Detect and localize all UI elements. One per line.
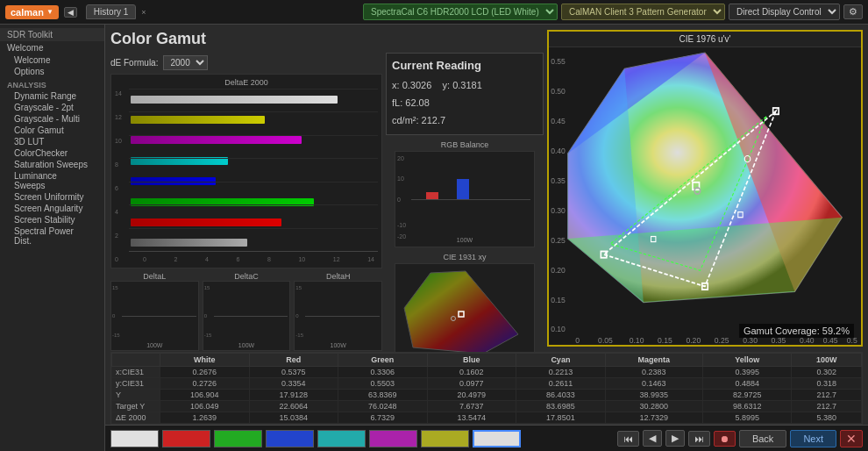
- sidebar-item-screen-uniformity[interactable]: Screen Uniformity: [0, 191, 104, 203]
- cell-red-cie31x: 0.5375: [249, 367, 338, 378]
- bar-blue: [131, 173, 374, 190]
- table-row-Y: Y 106.904 17.9128 63.8369 20.4979 86.403…: [112, 390, 862, 401]
- cie-big-title: CIE 1976 u'v': [549, 32, 861, 47]
- nav-swatch-100w-active[interactable]: [473, 430, 521, 447]
- cell-magenta-targetY: 30.2800: [605, 401, 702, 412]
- sidebar-item-welcome[interactable]: Welcome: [0, 54, 104, 66]
- sidebar-item-dynamic-range[interactable]: Dynamic Range: [0, 90, 104, 102]
- svg-text:0.45: 0.45: [551, 117, 566, 126]
- deltac-chart-wrap: DeltaC 15 0 -15 100W: [203, 272, 291, 351]
- sidebar-item-color-gamut[interactable]: Color Gamut: [0, 125, 104, 136]
- small-delta-charts: DeltaL 15 0 -15 100W DeltaC: [110, 272, 382, 351]
- de-formula-select[interactable]: 2000 76 94: [163, 55, 208, 70]
- play-btn[interactable]: ▶: [665, 430, 685, 447]
- row-label-de2000: ΔE 2000: [112, 412, 160, 424]
- cell-blue-Y: 20.4979: [427, 390, 516, 401]
- prev-btn[interactable]: ◀: [643, 430, 662, 447]
- sidebar-item-screen-stability[interactable]: Screen Stability: [0, 214, 104, 226]
- svg-text:0.15: 0.15: [658, 335, 672, 345]
- bar-100w: [131, 234, 374, 252]
- cell-cyan-Y: 86.4033: [516, 390, 606, 401]
- col-header-magenta: Magenta: [605, 354, 702, 367]
- cie-small-title: CIE 1931 xy: [443, 253, 486, 261]
- cell-yellow-de2000: 5.8995: [702, 412, 792, 424]
- sidebar-item-colorchecker[interactable]: ColorChecker: [0, 147, 104, 159]
- sidebar-item-spectral-power[interactable]: Spectral Power Dist.: [0, 226, 104, 247]
- sidebar-item-welcome-parent[interactable]: Welcome: [0, 41, 104, 54]
- reading-xy: x: 0.3026 y: 0.3181: [392, 77, 537, 95]
- record-btn[interactable]: ⏺: [714, 431, 736, 447]
- rewind-btn[interactable]: ⏮: [617, 431, 639, 447]
- cell-blue-targetY: 7.6737: [427, 401, 516, 412]
- deltal-chart: 15 0 -15 100W: [110, 281, 199, 351]
- cell-cyan-cie31x: 0.2213: [516, 367, 606, 378]
- row-label-cie31x: x:CIE31: [112, 367, 160, 378]
- data-table: White Red Green Blue Cyan Magenta Yellow…: [111, 353, 862, 424]
- sidebar-item-screen-angularity[interactable]: Screen Angularity: [0, 203, 104, 214]
- main-layout: SDR Toolkit Welcome Welcome Options Anal…: [0, 25, 868, 451]
- rgb-balance-wrap: RGB Balance 20 10 0 -10 -20: [386, 140, 544, 247]
- history-close[interactable]: ×: [141, 8, 146, 17]
- cell-red-targetY: 22.6064: [249, 401, 338, 412]
- meter-select[interactable]: SpectraCal C6 HDR2000 LCD (LED White): [363, 4, 558, 20]
- sidebar-item-3d-lut[interactable]: 3D LUT: [0, 136, 104, 147]
- cell-blue-cie31y: 0.0977: [427, 378, 516, 390]
- upper-content: Color Gamut dE Formula: 2000 76 94 Delta…: [105, 25, 868, 352]
- sidebar-item-saturation-sweeps[interactable]: Saturation Sweeps: [0, 159, 104, 170]
- instrument-bar: SpectraCal C6 HDR2000 LCD (LED White) Ca…: [363, 4, 863, 20]
- sidebar-item-luminance-sweeps[interactable]: Luminance Sweeps: [0, 170, 104, 191]
- data-table-container: White Red Green Blue Cyan Magenta Yellow…: [110, 352, 863, 425]
- cell-magenta-cie31x: 0.2383: [605, 367, 702, 378]
- svg-text:0.15: 0.15: [551, 295, 566, 304]
- settings-gear-btn[interactable]: ⚙: [843, 4, 863, 19]
- cell-100w-de2000: 5.380: [792, 412, 862, 424]
- cell-white-cie31y: 0.2726: [160, 378, 250, 390]
- deltal-title: DeltaL: [143, 272, 166, 281]
- stop-button[interactable]: ✕: [840, 430, 863, 447]
- svg-text:0.50: 0.50: [551, 87, 566, 97]
- nav-swatch-red[interactable]: [162, 430, 210, 447]
- y-axis-labels: 14 12 10 8 6 4 2 0: [115, 89, 129, 264]
- sidebar-item-grayscale-multi[interactable]: Grayscale - Multi: [0, 113, 104, 125]
- back-button[interactable]: Back: [739, 430, 786, 447]
- y-label: y:: [443, 80, 451, 90]
- row-label-cie31y: y:CIE31: [112, 378, 160, 390]
- svg-text:0.30: 0.30: [551, 205, 566, 215]
- sidebar-item-options[interactable]: Options: [0, 66, 104, 77]
- display-select[interactable]: Direct Display Control: [729, 4, 840, 20]
- svg-text:0.40: 0.40: [551, 147, 566, 156]
- cell-100w-cie31y: 0.318: [792, 378, 862, 390]
- middle-panel: Current Reading x: 0.3026 y: 0.3181 fL: …: [386, 30, 544, 347]
- sidebar-collapse-btn[interactable]: ◀: [64, 7, 77, 18]
- row-label-targetY: Target Y: [112, 401, 160, 412]
- deltah-chart-wrap: DeltaH 15 0 -15 100W: [294, 272, 382, 351]
- deltac-title: DeltaC: [234, 272, 259, 281]
- de-formula-row: dE Formula: 2000 76 94: [110, 55, 382, 70]
- nav-swatch-white[interactable]: [110, 430, 159, 447]
- nav-swatch-cyan[interactable]: [317, 430, 366, 447]
- cell-cyan-targetY: 83.6985: [516, 401, 606, 412]
- generator-select[interactable]: CalMAN Client 3 Pattern Generator: [561, 4, 725, 20]
- nav-swatch-green[interactable]: [214, 430, 262, 447]
- svg-text:0.20: 0.20: [551, 265, 566, 275]
- cell-magenta-cie31y: 0.1463: [605, 378, 702, 390]
- nav-controls: ⏮ ◀ ▶ ⏭ ⏺ Back Next ✕: [617, 430, 863, 447]
- cell-blue-cie31x: 0.1602: [427, 367, 516, 378]
- nav-swatch-yellow[interactable]: [421, 430, 469, 447]
- color-gamut-panel: Color Gamut dE Formula: 2000 76 94 Delta…: [110, 30, 382, 347]
- nav-swatch-magenta[interactable]: [369, 430, 417, 447]
- col-header-blue: Blue: [427, 354, 516, 367]
- ffwd-btn[interactable]: ⏭: [688, 431, 710, 447]
- cell-red-Y: 17.9128: [249, 390, 338, 401]
- nav-swatch-blue[interactable]: [266, 430, 314, 447]
- cie-big-svg: 0.55 0.50 0.45 0.40 0.35 0.30 0.25 0.20 …: [549, 47, 861, 345]
- next-button[interactable]: Next: [790, 430, 836, 447]
- cell-yellow-Y: 82.9725: [702, 390, 792, 401]
- gamut-coverage-label: Gamut Coverage: 59.2%: [739, 324, 854, 338]
- sidebar-item-grayscale-2pt[interactable]: Grayscale - 2pt: [0, 102, 104, 113]
- bar-green: [131, 193, 374, 211]
- content-area: Color Gamut dE Formula: 2000 76 94 Delta…: [105, 25, 868, 451]
- svg-text:0.10: 0.10: [630, 335, 644, 345]
- cell-green-de2000: 6.7329: [338, 412, 428, 424]
- history-tab[interactable]: History 1: [86, 4, 136, 19]
